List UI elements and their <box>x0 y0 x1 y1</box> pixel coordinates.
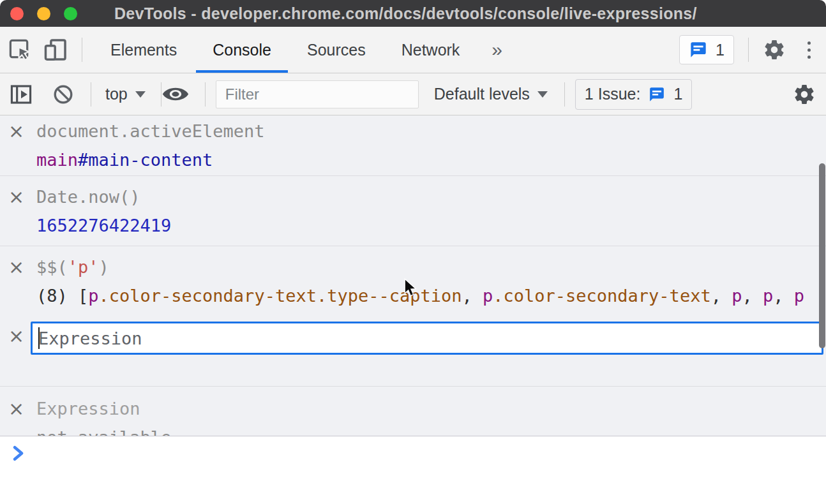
remove-expression-button[interactable]: × <box>0 394 36 423</box>
issues-counter-button[interactable]: 1 <box>679 35 734 64</box>
live-expression-row: ×$$('p')(8) [p.color-secondary-text.type… <box>0 246 826 316</box>
window-titlebar: DevTools - developer.chrome.com/docs/dev… <box>0 0 826 27</box>
devtools-settings-button[interactable] <box>763 38 786 61</box>
remove-expression-button[interactable]: × <box>0 117 36 145</box>
gear-icon <box>763 38 786 61</box>
expression-text[interactable]: Date.now() <box>36 182 826 211</box>
remove-expression-button[interactable]: × <box>0 182 36 211</box>
close-window-button[interactable] <box>10 7 24 20</box>
expression-result: 1652276422419 <box>36 211 826 240</box>
sidebar-panel-icon <box>9 82 33 107</box>
vertical-scrollbar-thumb[interactable] <box>819 163 825 348</box>
zoom-window-button[interactable] <box>64 7 77 20</box>
expression-text[interactable]: document.activeElement <box>36 117 826 145</box>
window-title: DevTools - developer.chrome.com/docs/dev… <box>114 4 697 23</box>
block-icon <box>52 84 74 105</box>
expression-result: main#main-content <box>36 145 826 174</box>
kebab-icon <box>807 41 811 45</box>
device-toolbar-button[interactable] <box>43 38 68 62</box>
eye-icon <box>161 84 190 104</box>
clear-console-button[interactable] <box>52 84 74 105</box>
live-expression-row: ×Date.now()1652276422419 <box>0 176 826 246</box>
devtools-menu-button[interactable] <box>802 41 816 59</box>
toolbar-divider <box>91 82 91 107</box>
traffic-lights <box>10 7 77 20</box>
expression-text[interactable]: Expression <box>36 394 826 423</box>
inspect-element-button[interactable] <box>8 38 32 62</box>
tab-network[interactable]: Network <box>384 27 478 73</box>
remove-expression-button[interactable]: × <box>0 253 36 281</box>
console-settings-button[interactable] <box>793 83 816 106</box>
more-tabs-button[interactable]: » <box>477 39 516 61</box>
tab-elements[interactable]: Elements <box>93 27 195 73</box>
filter-input[interactable] <box>216 80 419 108</box>
live-expression-row: ×document.activeElementmain#main-content <box>0 115 826 176</box>
issues-chat-icon <box>648 86 666 103</box>
console-sidebar-button[interactable] <box>9 82 33 107</box>
log-levels-selector[interactable]: Default levels <box>434 85 548 103</box>
expression-result: not available <box>36 423 826 436</box>
live-expression-row: ×Expressionnot available <box>0 387 826 436</box>
expression-text[interactable]: $$('p') <box>36 253 826 281</box>
console-panel: ×document.activeElementmain#main-content… <box>0 115 826 504</box>
create-live-expression-button[interactable] <box>161 84 190 104</box>
issue-count-button[interactable]: 1 Issue: 1 <box>575 79 692 110</box>
minimize-window-button[interactable] <box>37 7 50 20</box>
issues-badge-count: 1 <box>716 41 725 59</box>
console-prompt[interactable] <box>0 436 826 462</box>
toolbar-divider <box>205 82 206 107</box>
expression-result: (8) [p.color-secondary-text.type--captio… <box>36 281 826 310</box>
device-toolbar-icon <box>43 38 68 62</box>
inspect-cursor-icon <box>8 38 32 62</box>
toolbar-divider <box>564 82 565 107</box>
prompt-chevron-icon <box>11 445 26 462</box>
console-toolbar: top Default levels 1 Issue: 1 <box>0 73 826 115</box>
tab-sources[interactable]: Sources <box>289 27 384 73</box>
text-caret <box>38 327 40 349</box>
live-expressions: ×document.activeElementmain#main-content… <box>0 115 826 436</box>
gear-icon <box>793 83 816 106</box>
issues-chat-icon <box>689 41 708 59</box>
chevron-down-icon <box>537 91 548 98</box>
live-expression-row: × <box>0 316 826 387</box>
toolbar-divider <box>748 38 749 62</box>
javascript-context-selector[interactable]: top <box>105 85 146 103</box>
devtools-tabbar: Elements Console Sources Network » 1 <box>0 27 826 73</box>
tab-console[interactable]: Console <box>195 27 289 73</box>
toolbar-divider <box>82 38 82 62</box>
chevron-down-icon <box>135 91 146 98</box>
live-expression-input[interactable] <box>31 322 823 355</box>
